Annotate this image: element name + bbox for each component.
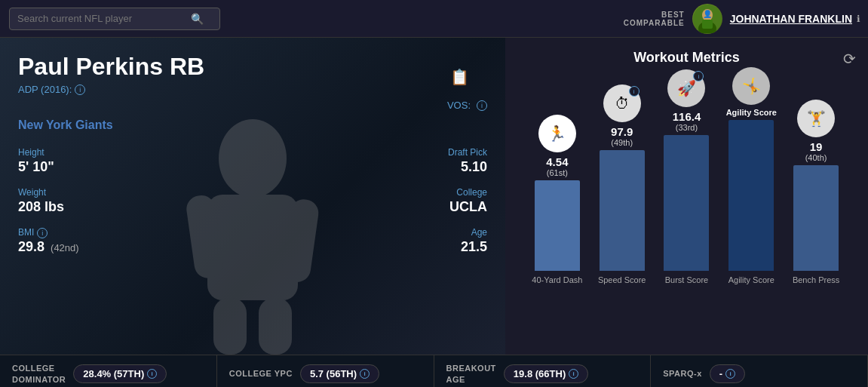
bottom-bar: COLLEGEDOMINATOR 28.4% (57TH) i COLLEGE …: [0, 355, 868, 387]
burst-rank: (33rd): [676, 123, 698, 132]
bench-icon: 🏋: [797, 100, 835, 137]
best-comparable-bar: BEST COMPARABLE 👤 JOHNATHAN FRANKLIN ℹ: [506, 0, 868, 38]
college-ypc-badge: 5.7 (56TH) i: [300, 364, 379, 383]
height-label: Height: [18, 147, 253, 158]
best-label-top: BEST: [661, 11, 685, 19]
metric-speed: ⏱ i 97.9 (49th) Speed Score: [592, 84, 652, 284]
college-dominator-label: COLLEGEDOMINATOR: [12, 363, 66, 385]
workout-title: Workout Metrics: [517, 50, 856, 66]
svg-rect-10: [259, 298, 292, 355]
height-value: 5' 10": [18, 159, 253, 175]
weight-value: 208 lbs: [18, 199, 253, 215]
stats-grid: Height 5' 10" Draft Pick 5.10 Weight 208…: [18, 147, 487, 255]
metric-agility: 🤸 Agility Score Agility Score: [721, 67, 781, 284]
breakout-age-badge: 19.8 (66TH) i: [504, 364, 588, 383]
weight-label: Weight: [18, 187, 253, 198]
header: 🔍 BEST COMPARABLE 👤 JOHNATHAN FRANKLIN ℹ: [0, 0, 868, 38]
sparq-label: SPARQ-x: [663, 368, 702, 379]
bmi-stat: BMI i 29.8 (42nd): [18, 227, 253, 255]
comparable-player-name[interactable]: JOHNATHAN FRANKLIN: [730, 13, 852, 25]
metrics-chart: 🏃 4.54 (61st) 40-Yard Dash ⏱ i 97.9 (49t…: [517, 81, 856, 284]
college-ypc-label: COLLEGE YPC: [229, 368, 293, 379]
bench-value: 19: [810, 140, 823, 153]
left-panel-inner: 📋 Paul Perkins RB ADP (2016): i VOS: i N…: [18, 53, 487, 255]
weight-stat: Weight 208 lbs: [18, 187, 253, 215]
college-dominator-stat: COLLEGEDOMINATOR 28.4% (57TH) i: [0, 355, 217, 387]
breakout-age-label: BREAKOUTAGE: [446, 363, 496, 385]
burst-label: Burst Score: [665, 275, 708, 284]
speed-icon: ⏱ i: [603, 84, 641, 122]
speed-rank: (49th): [611, 138, 633, 147]
40yd-rank: (61st): [547, 168, 568, 177]
adp-info-icon[interactable]: i: [75, 84, 85, 95]
breakout-age-info[interactable]: i: [569, 369, 578, 379]
college-ypc-value: 5.7 (56TH): [310, 368, 357, 379]
team-name: New York Giants: [18, 118, 487, 132]
metric-40yd: 🏃 4.54 (61st) 40-Yard Dash: [527, 115, 587, 284]
svg-rect-9: [213, 298, 247, 355]
college-ypc-stat: COLLEGE YPC 5.7 (56TH) i: [217, 355, 434, 387]
college-dominator-info[interactable]: i: [147, 369, 157, 379]
bench-bar-container: 19 (40th): [790, 140, 842, 271]
draft-pick-label: Draft Pick: [253, 147, 487, 158]
agility-value: Agility Score: [726, 108, 777, 117]
college-stat: College UCLA: [253, 187, 487, 215]
agility-label: Agility Score: [728, 275, 774, 284]
burst-bar-container: 116.4 (33rd): [660, 110, 713, 271]
college-ypc-info[interactable]: i: [360, 369, 370, 379]
college-value: UCLA: [253, 199, 487, 215]
metric-bench: 🏋 19 (40th) Bench Press: [786, 100, 846, 284]
age-label: Age: [253, 227, 487, 238]
sparq-value: -: [719, 368, 722, 379]
agility-bar-container: Agility Score: [725, 108, 778, 271]
comparable-avatar: 👤: [692, 4, 722, 34]
vos-info-icon[interactable]: i: [477, 100, 487, 111]
speed-bar: [600, 150, 645, 271]
comparable-info-icon[interactable]: ℹ: [857, 14, 860, 24]
agility-bar: [728, 120, 774, 271]
adp-label: ADP (2016):: [18, 84, 72, 95]
metric-burst: 🚀 i 116.4 (33rd) Burst Score: [656, 69, 716, 284]
40yd-value: 4.54: [546, 155, 568, 168]
draft-pick-stat: Draft Pick 5.10: [253, 147, 487, 175]
agility-icon: 🤸: [732, 67, 770, 105]
breakout-age-stat: BREAKOUTAGE 19.8 (66TH) i: [434, 355, 652, 387]
share-icon[interactable]: ⟳: [843, 50, 856, 68]
breakout-age-value: 19.8 (66TH): [514, 368, 566, 379]
age-stat: Age 21.5: [253, 227, 487, 255]
40yd-bar-container: 4.54 (61st): [531, 155, 584, 271]
height-stat: Height 5' 10": [18, 147, 253, 175]
college-dominator-value: 28.4% (57TH): [83, 368, 144, 379]
bmi-label: BMI: [18, 227, 34, 238]
bench-bar: [793, 165, 839, 271]
40yd-icon: 🏃: [538, 115, 576, 152]
sparq-info[interactable]: i: [725, 369, 735, 379]
search-input[interactable]: [17, 13, 191, 24]
vos-row: VOS: i: [18, 100, 487, 111]
bmi-value: 29.8: [18, 239, 44, 255]
player-name: Paul Perkins RB: [18, 53, 487, 81]
bench-label: Bench Press: [793, 275, 839, 284]
age-value: 21.5: [253, 239, 487, 255]
40yd-label: 40-Yard Dash: [532, 275, 582, 284]
college-dominator-badge: 28.4% (57TH) i: [73, 364, 167, 383]
search-icon: 🔍: [191, 13, 204, 25]
best-label-bottom: COMPARABLE: [624, 19, 685, 27]
burst-value: 116.4: [673, 110, 701, 123]
bmi-info-icon[interactable]: i: [37, 228, 48, 238]
svg-text:👤: 👤: [703, 9, 713, 19]
bench-rank: (40th): [805, 153, 827, 162]
burst-info-dot[interactable]: i: [693, 71, 704, 81]
main-content: 📋 Paul Perkins RB ADP (2016): i VOS: i N…: [0, 38, 868, 355]
speed-info-dot[interactable]: i: [629, 86, 639, 97]
college-label: College: [253, 187, 487, 198]
bmi-row: BMI i: [18, 227, 253, 239]
right-panel: Workout Metrics ⟳ 🏃 4.54 (61st) 40-Yard …: [505, 38, 868, 355]
vos-label: VOS:: [447, 100, 471, 111]
doc-icon[interactable]: 📋: [450, 68, 469, 86]
search-box[interactable]: 🔍: [9, 8, 220, 30]
sparq-badge: - i: [710, 364, 745, 383]
bmi-rank: (42nd): [51, 242, 79, 253]
speed-bar-container: 97.9 (49th): [596, 125, 649, 271]
burst-icon: 🚀 i: [667, 69, 705, 107]
